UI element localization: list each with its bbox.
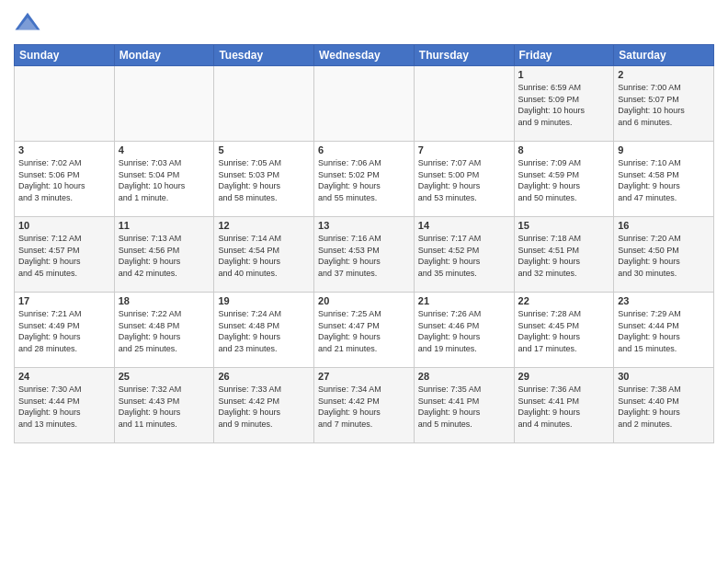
day-number: 28 (418, 371, 510, 382)
calendar-cell: 16Sunrise: 7:20 AM Sunset: 4:50 PM Dayli… (614, 217, 714, 293)
day-number: 26 (218, 371, 310, 382)
weekday-header: Tuesday (214, 45, 314, 66)
day-info: Sunrise: 7:20 AM Sunset: 4:50 PM Dayligh… (618, 233, 710, 279)
day-number: 17 (18, 295, 110, 306)
day-info: Sunrise: 7:02 AM Sunset: 5:06 PM Dayligh… (18, 157, 110, 203)
day-number: 15 (518, 220, 610, 231)
day-number: 10 (18, 220, 110, 231)
calendar-cell: 17Sunrise: 7:21 AM Sunset: 4:49 PM Dayli… (15, 293, 115, 368)
day-number: 30 (618, 371, 710, 382)
calendar-cell (414, 66, 514, 142)
weekday-header: Monday (114, 45, 214, 66)
day-number: 7 (418, 144, 510, 155)
day-number: 4 (119, 144, 210, 155)
day-info: Sunrise: 7:35 AM Sunset: 4:41 PM Dayligh… (418, 384, 510, 430)
calendar-cell (15, 66, 115, 142)
day-info: Sunrise: 7:34 AM Sunset: 4:42 PM Dayligh… (318, 384, 410, 430)
day-info: Sunrise: 7:18 AM Sunset: 4:51 PM Dayligh… (518, 233, 610, 279)
calendar-cell: 20Sunrise: 7:25 AM Sunset: 4:47 PM Dayli… (314, 293, 415, 368)
calendar-cell: 3Sunrise: 7:02 AM Sunset: 5:06 PM Daylig… (15, 142, 115, 217)
day-number: 22 (518, 295, 610, 306)
calendar-cell: 29Sunrise: 7:36 AM Sunset: 4:41 PM Dayli… (514, 368, 614, 443)
calendar-cell: 21Sunrise: 7:26 AM Sunset: 4:46 PM Dayli… (414, 293, 514, 368)
weekday-header: Thursday (414, 45, 514, 66)
calendar-cell: 1Sunrise: 6:59 AM Sunset: 5:09 PM Daylig… (514, 66, 614, 142)
day-number: 2 (618, 69, 710, 80)
day-number: 3 (18, 144, 110, 155)
calendar-cell: 6Sunrise: 7:06 AM Sunset: 5:02 PM Daylig… (314, 142, 415, 217)
calendar-week-row: 10Sunrise: 7:12 AM Sunset: 4:57 PM Dayli… (15, 217, 714, 293)
day-info: Sunrise: 7:21 AM Sunset: 4:49 PM Dayligh… (18, 308, 110, 354)
logo-icon (14, 9, 41, 37)
calendar-week-row: 3Sunrise: 7:02 AM Sunset: 5:06 PM Daylig… (15, 142, 714, 217)
day-info: Sunrise: 7:10 AM Sunset: 4:58 PM Dayligh… (618, 157, 710, 203)
header (14, 9, 714, 37)
calendar-cell: 18Sunrise: 7:22 AM Sunset: 4:48 PM Dayli… (114, 293, 214, 368)
day-info: Sunrise: 7:13 AM Sunset: 4:56 PM Dayligh… (119, 233, 210, 279)
calendar-cell: 11Sunrise: 7:13 AM Sunset: 4:56 PM Dayli… (114, 217, 214, 293)
calendar-week-row: 1Sunrise: 6:59 AM Sunset: 5:09 PM Daylig… (15, 66, 714, 142)
calendar-header-row: SundayMondayTuesdayWednesdayThursdayFrid… (15, 45, 714, 66)
weekday-header: Sunday (15, 45, 115, 66)
day-info: Sunrise: 7:14 AM Sunset: 4:54 PM Dayligh… (218, 233, 310, 279)
calendar-cell: 24Sunrise: 7:30 AM Sunset: 4:44 PM Dayli… (15, 368, 115, 443)
day-number: 21 (418, 295, 510, 306)
day-number: 1 (518, 69, 610, 80)
calendar-cell: 2Sunrise: 7:00 AM Sunset: 5:07 PM Daylig… (614, 66, 714, 142)
calendar-cell: 5Sunrise: 7:05 AM Sunset: 5:03 PM Daylig… (214, 142, 314, 217)
calendar-cell: 28Sunrise: 7:35 AM Sunset: 4:41 PM Dayli… (414, 368, 514, 443)
day-info: Sunrise: 7:26 AM Sunset: 4:46 PM Dayligh… (418, 308, 510, 354)
calendar-cell: 9Sunrise: 7:10 AM Sunset: 4:58 PM Daylig… (614, 142, 714, 217)
calendar-week-row: 24Sunrise: 7:30 AM Sunset: 4:44 PM Dayli… (15, 368, 714, 443)
calendar-cell: 22Sunrise: 7:28 AM Sunset: 4:45 PM Dayli… (514, 293, 614, 368)
calendar-cell: 19Sunrise: 7:24 AM Sunset: 4:48 PM Dayli… (214, 293, 314, 368)
weekday-header: Saturday (614, 45, 714, 66)
calendar-cell: 30Sunrise: 7:38 AM Sunset: 4:40 PM Dayli… (614, 368, 714, 443)
day-info: Sunrise: 7:07 AM Sunset: 5:00 PM Dayligh… (418, 157, 510, 203)
day-number: 12 (218, 220, 310, 231)
day-number: 27 (318, 371, 410, 382)
day-info: Sunrise: 7:05 AM Sunset: 5:03 PM Dayligh… (218, 157, 310, 203)
day-info: Sunrise: 7:36 AM Sunset: 4:41 PM Dayligh… (518, 384, 610, 430)
calendar-cell: 15Sunrise: 7:18 AM Sunset: 4:51 PM Dayli… (514, 217, 614, 293)
weekday-header: Friday (514, 45, 614, 66)
calendar-cell (314, 66, 415, 142)
calendar: SundayMondayTuesdayWednesdayThursdayFrid… (14, 44, 714, 443)
calendar-cell: 12Sunrise: 7:14 AM Sunset: 4:54 PM Dayli… (214, 217, 314, 293)
calendar-week-row: 17Sunrise: 7:21 AM Sunset: 4:49 PM Dayli… (15, 293, 714, 368)
calendar-cell: 25Sunrise: 7:32 AM Sunset: 4:43 PM Dayli… (114, 368, 214, 443)
calendar-cell: 4Sunrise: 7:03 AM Sunset: 5:04 PM Daylig… (114, 142, 214, 217)
calendar-cell: 23Sunrise: 7:29 AM Sunset: 4:44 PM Dayli… (614, 293, 714, 368)
weekday-header: Wednesday (314, 45, 415, 66)
day-number: 6 (318, 144, 410, 155)
day-info: Sunrise: 7:25 AM Sunset: 4:47 PM Dayligh… (318, 308, 410, 354)
day-number: 18 (119, 295, 210, 306)
day-number: 25 (119, 371, 210, 382)
day-info: Sunrise: 7:03 AM Sunset: 5:04 PM Dayligh… (119, 157, 210, 203)
day-info: Sunrise: 7:24 AM Sunset: 4:48 PM Dayligh… (218, 308, 310, 354)
day-number: 19 (218, 295, 310, 306)
day-info: Sunrise: 7:29 AM Sunset: 4:44 PM Dayligh… (618, 308, 710, 354)
day-info: Sunrise: 7:38 AM Sunset: 4:40 PM Dayligh… (618, 384, 710, 430)
day-info: Sunrise: 7:00 AM Sunset: 5:07 PM Dayligh… (618, 82, 710, 128)
calendar-cell: 13Sunrise: 7:16 AM Sunset: 4:53 PM Dayli… (314, 217, 415, 293)
page: SundayMondayTuesdayWednesdayThursdayFrid… (0, 0, 728, 563)
calendar-cell (214, 66, 314, 142)
calendar-cell: 14Sunrise: 7:17 AM Sunset: 4:52 PM Dayli… (414, 217, 514, 293)
day-number: 23 (618, 295, 710, 306)
day-number: 20 (318, 295, 410, 306)
day-info: Sunrise: 7:16 AM Sunset: 4:53 PM Dayligh… (318, 233, 410, 279)
day-info: Sunrise: 7:32 AM Sunset: 4:43 PM Dayligh… (119, 384, 210, 430)
logo (14, 9, 45, 37)
day-info: Sunrise: 7:33 AM Sunset: 4:42 PM Dayligh… (218, 384, 310, 430)
day-number: 29 (518, 371, 610, 382)
day-info: Sunrise: 7:22 AM Sunset: 4:48 PM Dayligh… (119, 308, 210, 354)
calendar-cell: 10Sunrise: 7:12 AM Sunset: 4:57 PM Dayli… (15, 217, 115, 293)
day-info: Sunrise: 7:30 AM Sunset: 4:44 PM Dayligh… (18, 384, 110, 430)
day-number: 24 (18, 371, 110, 382)
day-number: 16 (618, 220, 710, 231)
day-info: Sunrise: 7:12 AM Sunset: 4:57 PM Dayligh… (18, 233, 110, 279)
calendar-cell (114, 66, 214, 142)
day-number: 11 (119, 220, 210, 231)
day-info: Sunrise: 7:09 AM Sunset: 4:59 PM Dayligh… (518, 157, 610, 203)
